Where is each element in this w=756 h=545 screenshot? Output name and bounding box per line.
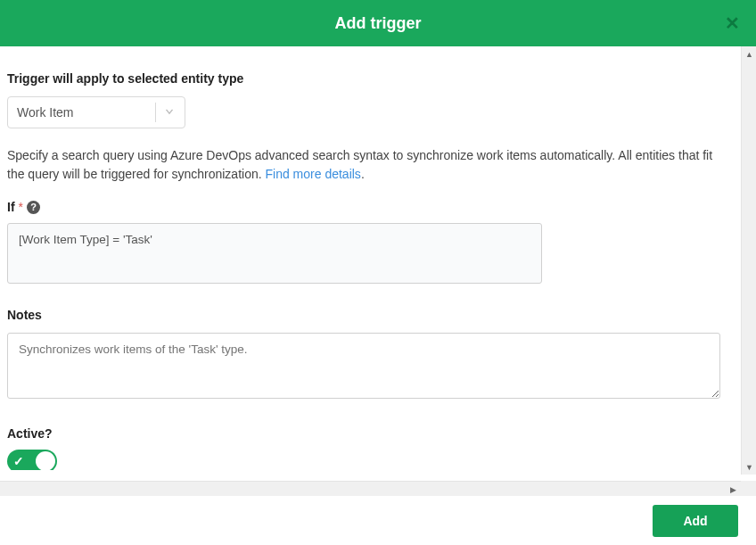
add-button[interactable]: Add: [653, 505, 738, 537]
if-label: If: [7, 200, 15, 214]
entity-type-label: Trigger will apply to selected entity ty…: [7, 71, 733, 86]
scroll-up-arrow-icon[interactable]: ▲: [742, 46, 756, 62]
horizontal-scrollbar[interactable]: ▶: [0, 481, 741, 496]
dialog-footer: Add: [0, 496, 756, 545]
check-icon: ✓: [13, 454, 24, 468]
notes-input[interactable]: [7, 333, 720, 399]
toggle-knob: [36, 451, 55, 470]
entity-type-select[interactable]: Work Item: [7, 96, 185, 128]
help-icon[interactable]: ?: [27, 201, 40, 214]
scroll-down-arrow-icon[interactable]: ▼: [742, 459, 756, 475]
dialog-header: Add trigger ✕: [0, 0, 756, 46]
description-text: Specify a search query using Azure DevOp…: [7, 146, 733, 184]
vertical-scrollbar[interactable]: ▲ ▼: [741, 46, 756, 475]
chevron-down-icon: [163, 105, 176, 120]
notes-label: Notes: [7, 308, 733, 322]
active-label: Active?: [7, 426, 733, 441]
find-more-details-link[interactable]: Find more details: [265, 167, 360, 181]
required-asterisk: *: [19, 200, 23, 214]
scroll-right-arrow-icon[interactable]: ▶: [726, 482, 741, 497]
if-query-input[interactable]: [7, 223, 542, 284]
close-icon[interactable]: ✕: [725, 12, 740, 34]
dialog-title: Add trigger: [335, 14, 422, 33]
dialog-body: Trigger will apply to selected entity ty…: [0, 46, 740, 470]
dialog-body-scrollarea: Trigger will apply to selected entity ty…: [0, 46, 756, 496]
if-label-row: If* ?: [7, 200, 733, 214]
active-toggle[interactable]: ✓: [7, 450, 57, 470]
select-divider: [155, 103, 156, 122]
entity-type-selected-value: Work Item: [17, 105, 74, 120]
scroll-corner: [741, 481, 756, 496]
